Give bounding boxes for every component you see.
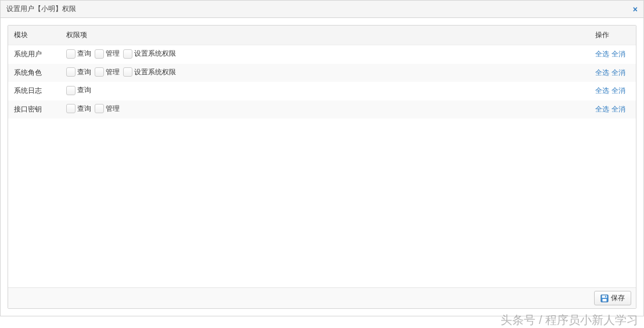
permission-item: 查询: [66, 67, 91, 77]
actions-cell: 全选全消: [589, 45, 636, 64]
actions-cell: 全选全消: [589, 64, 636, 82]
permission-item: 查询: [66, 104, 91, 114]
permission-dialog: 设置用户【小明】权限 × 模块 权限项 操作 系统用户查询管理设置系统权限全选全…: [0, 0, 644, 316]
permission-checkbox[interactable]: [95, 49, 104, 59]
permission-checkbox[interactable]: [66, 67, 75, 77]
permission-item: 管理: [95, 104, 120, 114]
dialog-title: 设置用户【小明】权限: [6, 4, 76, 14]
svg-rect-2: [603, 298, 607, 301]
module-cell: 系统用户: [8, 45, 60, 64]
module-cell: 系统角色: [8, 64, 60, 82]
permissions-cell: 查询管理设置系统权限: [60, 64, 589, 82]
module-cell: 接口密钥: [8, 100, 60, 119]
permissions-cell: 查询管理设置系统权限: [60, 45, 589, 64]
svg-rect-1: [602, 295, 607, 297]
table-row: 系统用户查询管理设置系统权限全选全消: [8, 45, 636, 64]
actions-cell: 全选全消: [589, 100, 636, 119]
permission-checkbox[interactable]: [123, 49, 132, 59]
permission-checkbox[interactable]: [123, 67, 132, 77]
save-button-label: 保存: [611, 293, 625, 303]
permission-checkbox[interactable]: [66, 86, 75, 95]
permission-label: 查询: [77, 104, 91, 114]
select-all-link[interactable]: 全选: [595, 50, 609, 58]
permission-item: 管理: [95, 49, 120, 59]
save-button[interactable]: 保存: [594, 291, 631, 305]
close-icon[interactable]: ×: [633, 5, 638, 13]
permission-label: 查询: [77, 49, 91, 59]
permission-checkbox[interactable]: [95, 104, 104, 113]
deselect-all-link[interactable]: 全消: [611, 86, 625, 95]
svg-rect-3: [605, 295, 606, 297]
permissions-cell: 查询管理: [60, 100, 589, 119]
permission-label: 设置系统权限: [134, 49, 176, 59]
dialog-body: 模块 权限项 操作 系统用户查询管理设置系统权限全选全消系统角色查询管理设置系统…: [1, 18, 643, 316]
select-all-link[interactable]: 全选: [595, 69, 609, 77]
table-row: 系统角色查询管理设置系统权限全选全消: [8, 64, 636, 82]
permission-label: 设置系统权限: [134, 67, 176, 77]
dialog-header: 设置用户【小明】权限 ×: [1, 1, 643, 18]
header-module: 模块: [8, 26, 60, 45]
deselect-all-link[interactable]: 全消: [611, 69, 625, 77]
permission-checkbox[interactable]: [66, 104, 75, 113]
permission-checkbox[interactable]: [95, 67, 104, 77]
empty-space: [8, 118, 636, 287]
permissions-cell: 查询: [60, 82, 589, 100]
permission-checkbox[interactable]: [66, 49, 75, 59]
deselect-all-link[interactable]: 全消: [611, 50, 625, 58]
permission-item: 管理: [95, 67, 120, 77]
permission-label: 管理: [106, 49, 120, 59]
permission-label: 管理: [106, 67, 120, 77]
permission-label: 查询: [77, 67, 91, 77]
table-row: 系统日志查询全选全消: [8, 82, 636, 100]
permission-item: 查询: [66, 49, 91, 59]
permission-label: 查询: [77, 85, 91, 95]
header-permissions: 权限项: [60, 26, 589, 45]
select-all-link[interactable]: 全选: [595, 105, 609, 113]
select-all-link[interactable]: 全选: [595, 86, 609, 95]
header-actions: 操作: [589, 26, 636, 45]
permission-item: 设置系统权限: [123, 67, 176, 77]
table-row: 接口密钥查询管理全选全消: [8, 100, 636, 119]
permission-label: 管理: [106, 104, 120, 114]
permission-item: 设置系统权限: [123, 49, 176, 59]
save-icon: [600, 294, 609, 302]
permissions-panel: 模块 权限项 操作 系统用户查询管理设置系统权限全选全消系统角色查询管理设置系统…: [8, 25, 636, 309]
actions-cell: 全选全消: [589, 82, 636, 100]
module-cell: 系统日志: [8, 82, 60, 100]
deselect-all-link[interactable]: 全消: [611, 105, 625, 113]
footer-bar: 保存: [8, 287, 636, 308]
permissions-table: 模块 权限项 操作 系统用户查询管理设置系统权限全选全消系统角色查询管理设置系统…: [8, 26, 636, 118]
permission-item: 查询: [66, 85, 91, 95]
